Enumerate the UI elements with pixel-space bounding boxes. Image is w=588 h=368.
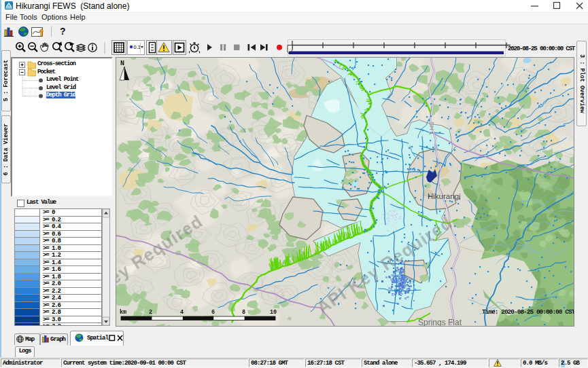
svg-text:km: km [120,309,126,316]
svg-text:2: 2 [149,309,152,316]
svg-text:Hikurangi: Hikurangi [428,192,461,200]
svg-text:Springs Flat: Springs Flat [418,318,462,327]
svg-text:0.1: 0.1 [134,44,141,50]
svg-text:Time: 2020-08-25 00:00:00 CST: Time: 2020-08-25 00:00:00 CST [482,308,574,316]
svg-text:2020-08-25 00:00:00 CST: 2020-08-25 00:00:00 CST [508,45,576,52]
svg-text:SH 1: SH 1 [428,122,435,135]
svg-text:6: 6 [211,309,215,316]
svg-text:N: N [120,60,124,67]
svg-text:8: 8 [242,309,245,316]
svg-text:4: 4 [180,309,184,316]
svg-text:10: 10 [270,309,277,316]
